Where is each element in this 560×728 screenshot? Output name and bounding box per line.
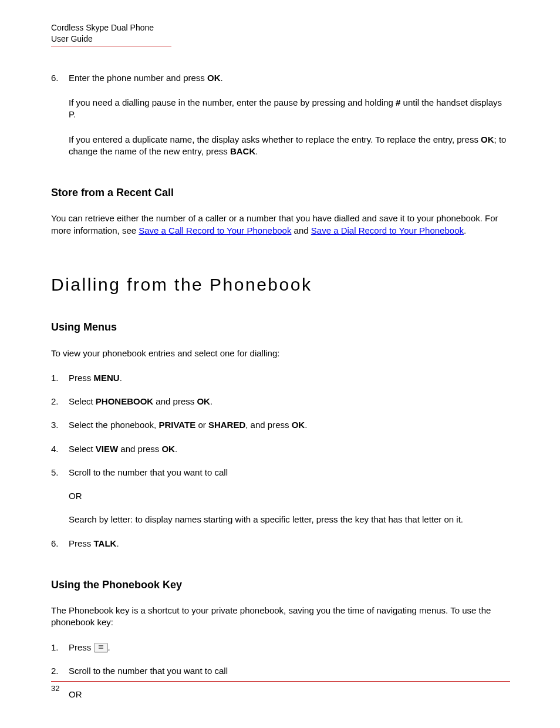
step5-or: OR xyxy=(69,490,510,502)
text-run: and xyxy=(291,225,311,235)
text-run: , and press xyxy=(245,420,291,430)
body-content: 6. Enter the phone number and press OK. … xyxy=(51,72,510,701)
text-run: Press xyxy=(69,538,94,548)
text-run: Scroll to the number that you want to ca… xyxy=(69,666,228,676)
key-label: PRIVATE xyxy=(158,420,195,430)
heading-store-recent-call: Store from a Recent Call xyxy=(51,186,510,200)
key-label: PHONEBOOK xyxy=(96,396,153,406)
list-number: 5. xyxy=(51,467,69,478)
continued-step-6: 6. Enter the phone number and press OK. … xyxy=(51,72,510,157)
text-run: Press xyxy=(69,642,94,652)
text-run: . xyxy=(120,373,122,383)
key-label: OK xyxy=(207,73,221,83)
step6-note2: If you entered a duplicate name, the dis… xyxy=(69,134,510,158)
text-run: Press xyxy=(69,373,94,383)
page-number: 32 xyxy=(51,684,510,693)
list-item: 6. Press TALK. xyxy=(51,538,510,550)
list-item: 4. Select VIEW and press OK. xyxy=(51,443,510,455)
list-number: 2. xyxy=(51,665,69,677)
footer-rule xyxy=(51,681,510,682)
list-number: 6. xyxy=(51,72,69,84)
text-run: Select xyxy=(69,396,96,406)
link-save-call-record[interactable]: Save a Call Record to Your Phonebook xyxy=(139,225,291,235)
phonebook-key-intro: The Phonebook key is a shortcut to your … xyxy=(51,605,510,629)
text-run: . xyxy=(305,420,307,430)
text-run: . xyxy=(175,444,177,454)
text-run: . xyxy=(255,146,258,156)
key-label: SHARED xyxy=(208,420,245,430)
list-item: 1. Press MENU. xyxy=(51,372,510,384)
heading-using-menus: Using Menus xyxy=(51,320,510,334)
using-menus-steps: 1. Press MENU. 2. Select PHONEBOOK and p… xyxy=(51,372,510,550)
key-label: MENU xyxy=(94,373,120,383)
list-number: 2. xyxy=(51,396,69,407)
list-number: 1. xyxy=(51,372,69,384)
key-label: OK xyxy=(161,444,175,454)
using-menus-intro: To view your phonebook entries and selec… xyxy=(51,348,510,359)
text-run: or xyxy=(195,420,208,430)
header-title-line1: Cordless Skype Dual Phone xyxy=(51,22,510,33)
list-number: 4. xyxy=(51,443,69,455)
header-title-line2: User Guide xyxy=(51,33,510,45)
list-text: Scroll to the number that you want to ca… xyxy=(69,467,510,478)
text-run: Scroll to the number that you want to ca… xyxy=(69,467,228,477)
list-item: 3. Select the phonebook, PRIVATE or SHAR… xyxy=(51,419,510,431)
heading-dialling-from-phonebook: Dialling from the Phonebook xyxy=(51,273,510,297)
text-run: and press xyxy=(118,444,161,454)
text-run: . xyxy=(210,396,212,406)
text-run: Enter the phone number and press xyxy=(69,73,207,83)
list-number: 6. xyxy=(51,538,69,550)
list-text: Enter the phone number and press OK. xyxy=(69,72,510,84)
list-number: 1. xyxy=(51,642,69,653)
key-label: OK xyxy=(481,134,494,144)
key-label: OK xyxy=(197,396,210,406)
page: Cordless Skype Dual Phone User Guide 6. … xyxy=(0,0,560,728)
key-label: TALK xyxy=(94,538,117,548)
list-number: 3. xyxy=(51,419,69,431)
heading-using-phonebook-key: Using the Phonebook Key xyxy=(51,578,510,592)
text-run: . xyxy=(116,538,119,548)
list-text: Press . xyxy=(69,642,510,653)
phonebook-key-icon xyxy=(94,643,108,652)
text-run: . xyxy=(221,73,223,83)
list-item: 2. Scroll to the number that you want to… xyxy=(51,665,510,677)
step6-note1: If you need a dialling pause in the numb… xyxy=(69,97,510,121)
text-run: . xyxy=(108,642,110,652)
list-item: 2. Select PHONEBOOK and press OK. xyxy=(51,396,510,407)
text-run: and press xyxy=(153,396,197,406)
list-text: Select the phonebook, PRIVATE or SHARED,… xyxy=(69,419,510,431)
key-label: OK xyxy=(292,420,305,430)
list-item: 5. Scroll to the number that you want to… xyxy=(51,467,510,478)
store-paragraph: You can retrieve either the number of a … xyxy=(51,213,510,237)
list-item: 1. Press . xyxy=(51,642,510,653)
list-text: Select VIEW and press OK. xyxy=(69,443,510,455)
header-rule xyxy=(51,46,171,46)
list-text: Select PHONEBOOK and press OK. xyxy=(69,396,510,407)
list-text: Press TALK. xyxy=(69,538,510,550)
page-footer: 32 xyxy=(51,681,510,693)
page-header: Cordless Skype Dual Phone User Guide xyxy=(51,22,510,46)
text-run: If you entered a duplicate name, the dis… xyxy=(69,134,481,144)
list-item: 6. Enter the phone number and press OK. xyxy=(51,72,510,84)
text-run: Select the phonebook, xyxy=(69,420,158,430)
key-label: VIEW xyxy=(96,444,118,454)
key-label: BACK xyxy=(230,146,255,156)
text-run: If you need a dialling pause in the numb… xyxy=(69,97,396,107)
list-text: Press MENU. xyxy=(69,372,510,384)
step5-alt: Search by letter: to display names start… xyxy=(69,514,510,525)
link-save-dial-record[interactable]: Save a Dial Record to Your Phonebook xyxy=(311,225,464,235)
list-text: Scroll to the number that you want to ca… xyxy=(69,665,510,677)
text-run: . xyxy=(464,225,466,235)
text-run: Select xyxy=(69,444,96,454)
